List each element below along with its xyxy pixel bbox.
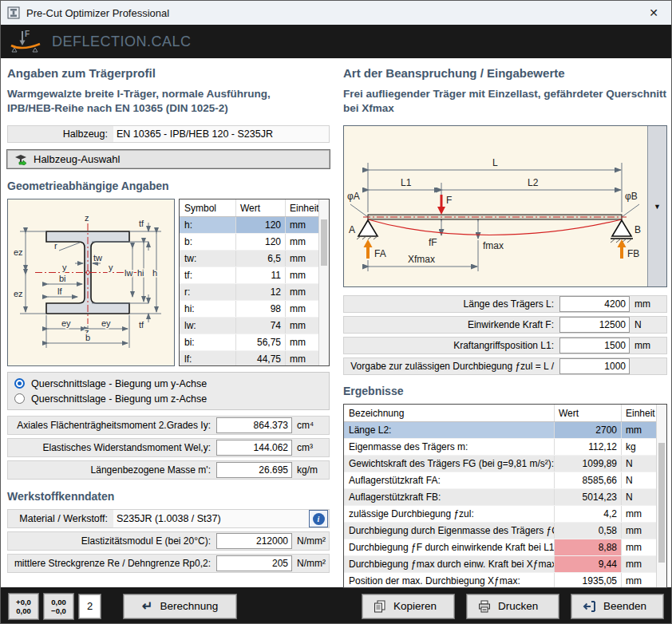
halbzeug-label: Halbzeug:	[8, 128, 113, 140]
ibeam-diagram: z z y y tf tf ez ez lw hi h tw r bi	[7, 199, 175, 366]
geometry-table-rows: h:120mmb:120mmtw:6,5mmtf:11mmr:12mmhi:98…	[180, 217, 318, 365]
force-position-input[interactable]	[559, 338, 630, 353]
profile-section-title: Angaben zum Trägerprofil	[7, 66, 330, 80]
svg-text:lw: lw	[125, 268, 132, 278]
results-table-row[interactable]: Gewichtskraft des Trägers FG (bei g=9,81…	[344, 456, 656, 472]
mass-per-length-input[interactable]	[216, 462, 292, 478]
geometry-section-title: Geometrieabhängige Angaben	[7, 180, 330, 192]
results-table-row[interactable]: zulässige Durchbiegung ƒzul:4,2mm	[344, 506, 656, 523]
svg-text:bi: bi	[59, 274, 66, 283]
geometry-table-row[interactable]: lf:44,75mm	[180, 351, 318, 365]
svg-text:ez: ez	[14, 247, 23, 257]
moment-of-inertia-input[interactable]	[216, 417, 292, 433]
svg-text:tw: tw	[93, 253, 102, 263]
svg-text:B: B	[634, 224, 641, 235]
beam-length-input[interactable]	[559, 296, 630, 312]
exit-icon	[583, 600, 596, 613]
results-table-row[interactable]: Auflagerstützkraft FA:8585,66N	[344, 472, 656, 489]
field-mass-per-length: Längenbezogene Masse m': kg/m	[7, 460, 330, 480]
svg-text:F: F	[25, 30, 30, 38]
radio-selected-icon	[14, 378, 25, 389]
results-table-row[interactable]: Durchbiegung ƒF durch einwirkende Kraft …	[344, 539, 656, 556]
svg-text:y: y	[109, 263, 113, 272]
halbzeug-select-label: Halbzeug-Auswahl	[34, 153, 120, 165]
geometry-table-row[interactable]: bi:56,75mm	[180, 334, 318, 351]
app-header: F DEFLECTION.CALC	[1, 25, 671, 58]
svg-text:FA: FA	[374, 248, 386, 259]
results-table-row[interactable]: Position der max. Durchbiegung Xƒmax:193…	[344, 573, 656, 587]
radio-bending-z[interactable]: Querschnittslage - Biegung um z-Achse	[14, 391, 322, 406]
results-table-scrollbar[interactable]	[656, 405, 666, 587]
info-icon: i	[313, 513, 325, 525]
results-table-row[interactable]: Durchbiegung durch Eigenmasse des Träger…	[344, 523, 656, 539]
app-window: Pre-Cut Optimizer Professional ✕ F DEFLE…	[0, 0, 672, 624]
section-modulus-input[interactable]	[216, 440, 292, 456]
geometry-table-row[interactable]: tw:6,5mm	[180, 251, 318, 267]
copy-button[interactable]: Kopieren	[362, 594, 454, 618]
beam-type-dropdown[interactable]: ▼	[647, 126, 666, 286]
decrease-decimals-button[interactable]: 0,00 −0,0	[44, 594, 73, 619]
field-force: Einwirkende Kraft F: N	[343, 316, 667, 334]
results-section-title: Ergebnisse	[343, 385, 667, 397]
svg-text:Xfmax: Xfmax	[408, 254, 435, 265]
svg-text:φA: φA	[347, 191, 360, 202]
beam-diagram: L L1 L2 F A B FA FB fF fmax Xfmax φA φB	[343, 125, 667, 287]
geometry-table-row[interactable]: tf:11mm	[180, 267, 318, 284]
svg-text:z: z	[85, 213, 89, 223]
geometry-table-header: Symbol Wert Einheit	[180, 199, 318, 217]
calculate-button[interactable]: ↵ Berechnung	[124, 594, 236, 618]
halbzeug-select-button[interactable]: Halbzeug-Auswahl	[7, 150, 330, 168]
svg-text:A: A	[349, 224, 355, 235]
load-description: Frei aufliegender Träger mit Einzellast,…	[343, 87, 667, 116]
field-moment-of-inertia: Axiales Flächenträgheitsmoment 2.Grades …	[7, 416, 330, 435]
app-icon	[7, 6, 20, 19]
svg-text:F: F	[446, 195, 452, 206]
geometry-block: z z y y tf tf ez ez lw hi h tw r bi	[7, 199, 330, 366]
decimals-input[interactable]	[79, 594, 101, 618]
profile-select-icon	[14, 153, 28, 165]
copy-icon	[374, 600, 386, 613]
svg-text:L1: L1	[401, 177, 412, 188]
svg-text:b: b	[85, 333, 90, 342]
close-icon[interactable]: ✕	[642, 6, 665, 19]
halbzeug-display: Halbzeug: EN 10365 - IPB/HEB 120 - S235J…	[7, 125, 330, 143]
yield-strength-input[interactable]	[216, 555, 292, 571]
results-table-row[interactable]: Durchbiegung ƒmax durch einw. Kraft bei …	[344, 556, 656, 573]
material-section-title: Werkstoffkenndaten	[7, 490, 330, 503]
orientation-panel: Querschnittslage - Biegung um y-Achse Qu…	[7, 372, 330, 410]
halbzeug-value: EN 10365 - IPB/HEB 120 - S235JR	[113, 126, 329, 142]
deflection-logo-icon: F	[9, 29, 42, 54]
field-section-modulus: Elastisches Widerstandsmoment Wel,y: cm³	[7, 438, 330, 457]
results-table-row[interactable]: Auflagerstützkraft FB:5014,23N	[344, 489, 656, 506]
load-column: Art der Beanspruchung / Eingabewerte Fre…	[343, 66, 667, 587]
svg-text:y: y	[62, 263, 67, 272]
geometry-table-row[interactable]: lw:74mm	[180, 318, 318, 334]
svg-text:ey: ey	[101, 318, 111, 328]
increase-decimals-button[interactable]: +0,0 0,00	[9, 594, 38, 619]
field-elastic-modulus: Elastizitätsmodul E (bei 20°C): N/mm²	[7, 531, 330, 551]
results-table-row[interactable]: Eigenmasse des Trägers m:112,12kg	[344, 439, 656, 456]
geometry-table-row[interactable]: h:120mm	[180, 217, 318, 234]
main-content: Angaben zum Trägerprofil Warmgewalzte br…	[1, 58, 671, 587]
print-button[interactable]: Drucken	[467, 594, 559, 618]
geometry-table-row[interactable]: r:12mm	[180, 284, 318, 301]
svg-text:ey: ey	[61, 318, 71, 328]
material-info-button[interactable]: i	[309, 510, 328, 527]
geometry-table-row[interactable]: hi:98mm	[180, 301, 318, 318]
radio-bending-y[interactable]: Querschnittslage - Biegung um y-Achse	[14, 376, 322, 391]
exit-button[interactable]: Beenden	[571, 594, 663, 618]
svg-text:h: h	[152, 268, 157, 278]
force-input[interactable]	[559, 317, 630, 333]
svg-text:fF: fF	[429, 237, 437, 248]
svg-text:hi: hi	[137, 268, 144, 278]
elastic-modulus-input[interactable]	[216, 533, 292, 549]
geometry-table-scrollbar[interactable]	[318, 199, 329, 365]
results-table: Bezeichnung Wert Einheit Länge L2:2700mm…	[343, 404, 667, 588]
results-table-row[interactable]: Länge L2:2700mm	[344, 422, 656, 439]
geometry-table: Symbol Wert Einheit h:120mmb:120mmtw:6,5…	[179, 199, 330, 366]
results-table-rows: Länge L2:2700mmEigenmasse des Trägers m:…	[344, 422, 656, 587]
geometry-table-row[interactable]: b:120mm	[180, 234, 318, 251]
results-table-header: Bezeichnung Wert Einheit	[344, 405, 656, 422]
allowed-deflection-input[interactable]	[559, 358, 630, 374]
svg-text:r: r	[54, 241, 57, 251]
